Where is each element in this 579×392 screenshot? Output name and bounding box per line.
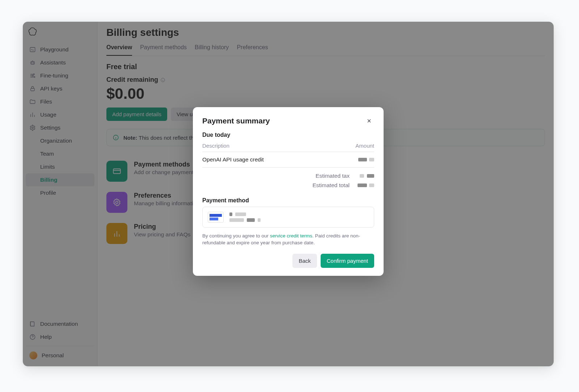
payment-method-card[interactable] — [202, 207, 374, 228]
line-item: OpenAI API usage credit — [202, 152, 374, 168]
line-item-amount — [358, 156, 374, 163]
card-brand-icon — [208, 212, 224, 223]
confirm-payment-button[interactable]: Confirm payment — [321, 254, 374, 268]
estimated-total-amount — [357, 182, 374, 189]
col-description: Description — [202, 143, 229, 149]
col-amount: Amount — [355, 143, 374, 149]
app-window: Playground Assistants Fine-tuning — [23, 22, 554, 366]
estimated-tax-amount — [357, 173, 374, 179]
payment-summary-modal: Payment summary Due today Description Am… — [193, 107, 384, 276]
summary-table: Description Amount OpenAI API usage cred… — [202, 141, 374, 168]
close-icon — [366, 118, 372, 124]
modal-title: Payment summary — [202, 117, 270, 125]
estimated-total-label: Estimated total — [312, 182, 350, 189]
due-today-label: Due today — [202, 132, 374, 138]
payment-method-label: Payment method — [202, 197, 374, 204]
modal-overlay[interactable]: Payment summary Due today Description Am… — [23, 22, 554, 366]
close-button[interactable] — [364, 116, 374, 126]
service-credit-terms-link[interactable]: service credit terms — [270, 233, 312, 239]
line-item-description: OpenAI API usage credit — [202, 156, 264, 163]
back-button[interactable]: Back — [292, 254, 317, 268]
payment-method-details — [229, 212, 261, 222]
estimated-tax-label: Estimated tax — [316, 173, 350, 179]
terms-text: By continuing you agree to our service c… — [202, 233, 374, 246]
